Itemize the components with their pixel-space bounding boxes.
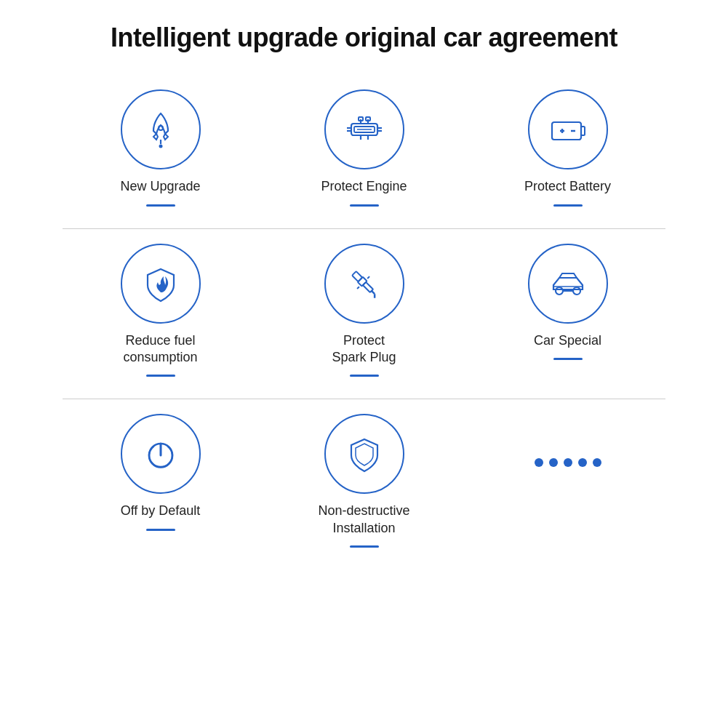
dot-1 <box>535 458 543 467</box>
svg-line-26 <box>357 287 359 289</box>
svg-point-2 <box>159 145 162 148</box>
svg-rect-9 <box>366 117 370 121</box>
label-protect-spark: Protect Spark Plug <box>332 332 396 367</box>
row-1: New Upgrade <box>29 82 699 220</box>
label-car-special: Car Special <box>534 332 601 349</box>
icon-non-destructive <box>324 414 404 494</box>
item-off-default: Off by Default <box>59 414 263 548</box>
icon-protect-spark <box>324 244 404 324</box>
underline-reduce-fuel <box>146 375 175 377</box>
svg-rect-16 <box>552 122 581 140</box>
svg-rect-22 <box>357 276 367 286</box>
item-dots <box>466 414 670 548</box>
icon-reduce-fuel <box>121 244 201 324</box>
svg-line-27 <box>367 276 369 279</box>
item-protect-battery: Protect Battery <box>466 89 670 206</box>
dot-5 <box>593 458 601 467</box>
label-protect-engine: Protect Engine <box>321 178 407 195</box>
dot-4 <box>578 458 587 467</box>
icon-car-special <box>528 244 608 324</box>
underline-off-default <box>146 529 175 531</box>
label-protect-battery: Protect Battery <box>524 178 611 195</box>
svg-point-28 <box>556 287 563 295</box>
svg-point-0 <box>159 126 163 130</box>
underline-protect-spark <box>350 375 379 377</box>
dot-3 <box>564 458 572 467</box>
svg-rect-17 <box>581 127 585 135</box>
icon-new-upgrade <box>121 89 201 169</box>
underline-car-special <box>553 358 583 360</box>
row-3: Off by Default Non-destructive Installat… <box>29 407 699 562</box>
item-new-upgrade: New Upgrade <box>59 89 263 206</box>
label-reduce-fuel: Reduce fuel consumption <box>123 332 197 367</box>
label-non-destructive: Non-destructive Installation <box>318 503 409 537</box>
underline-protect-engine <box>350 204 379 207</box>
svg-line-24 <box>371 290 374 293</box>
svg-rect-21 <box>352 271 362 281</box>
underline-protect-battery <box>553 204 583 207</box>
page-title: Intelligent upgrade original car agreeme… <box>111 22 617 53</box>
svg-line-25 <box>372 294 377 298</box>
item-protect-engine: Protect Engine <box>263 89 466 206</box>
icon-protect-engine <box>324 89 404 169</box>
underline-non-destructive <box>350 545 379 548</box>
label-off-default: Off by Default <box>121 503 201 519</box>
svg-rect-7 <box>359 117 363 121</box>
item-protect-spark: Protect Spark Plug <box>263 244 466 377</box>
svg-point-29 <box>573 287 580 295</box>
dots-indicator <box>535 458 601 503</box>
divider-1 <box>63 228 665 229</box>
features-container: New Upgrade <box>29 82 699 562</box>
icon-off-default <box>121 414 201 494</box>
underline-new-upgrade <box>146 204 175 207</box>
item-reduce-fuel: Reduce fuel consumption <box>59 244 263 377</box>
label-new-upgrade: New Upgrade <box>120 178 200 195</box>
icon-protect-battery <box>528 89 608 169</box>
divider-2 <box>63 399 665 399</box>
item-non-destructive: Non-destructive Installation <box>263 414 466 548</box>
dot-2 <box>549 458 558 467</box>
row-2: Reduce fuel consumption <box>29 236 699 392</box>
item-car-special: Car Special <box>466 244 670 377</box>
